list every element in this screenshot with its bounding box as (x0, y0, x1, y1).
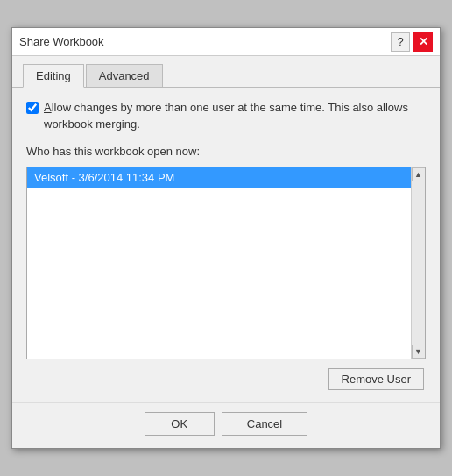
close-button[interactable]: ✕ (413, 32, 433, 52)
title-bar: Share Workbook ? ✕ (12, 28, 440, 56)
user-list-item[interactable]: Velsoft - 3/6/2014 11:34 PM (27, 167, 425, 188)
ok-button[interactable]: OK (145, 412, 215, 436)
tab-content-editing: Allow changes by more than one user at t… (12, 88, 440, 401)
scroll-down-arrow[interactable]: ▼ (412, 345, 426, 359)
allow-changes-row: Allow changes by more than one user at t… (26, 100, 426, 131)
remove-user-button[interactable]: Remove User (328, 368, 424, 390)
scroll-up-arrow[interactable]: ▲ (412, 167, 426, 181)
tab-editing[interactable]: Editing (23, 64, 84, 88)
user-list[interactable]: Velsoft - 3/6/2014 11:34 PM (27, 167, 425, 359)
scroll-track (412, 181, 425, 345)
tab-advanced[interactable]: Advanced (86, 64, 163, 88)
dialog-footer: OK Cancel (12, 402, 440, 448)
underline-a: A (44, 101, 52, 114)
cancel-button[interactable]: Cancel (222, 412, 307, 436)
share-workbook-dialog: Share Workbook ? ✕ Editing Advanced Allo… (11, 27, 441, 448)
scrollbar: ▲ ▼ (411, 167, 425, 359)
allow-changes-label: Allow changes by more than one user at t… (44, 100, 408, 131)
allow-changes-checkbox[interactable] (26, 102, 39, 114)
title-bar-right: ? ✕ (391, 32, 433, 52)
dialog-title: Share Workbook (19, 35, 104, 48)
help-button[interactable]: ? (391, 32, 410, 52)
tab-bar: Editing Advanced (12, 56, 440, 88)
title-bar-left: Share Workbook (19, 35, 104, 48)
user-list-container: Velsoft - 3/6/2014 11:34 PM ▲ ▼ (26, 167, 426, 359)
who-has-open-label: Who has this workbook open now: (26, 145, 426, 158)
remove-user-row: Remove User (26, 368, 426, 390)
